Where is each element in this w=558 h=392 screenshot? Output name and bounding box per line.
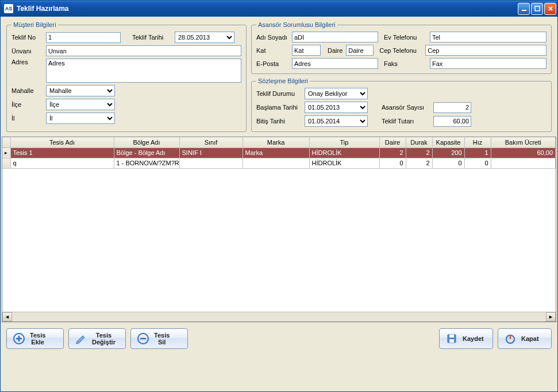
titlebar[interactable]: AS Teklif Hazırlama [1,1,557,17]
ilce-select[interactable]: İlçe [46,99,115,110]
cell[interactable]: Marka [243,148,309,158]
cell[interactable]: Bölge - Bölge Adı [114,148,179,158]
cell[interactable]: 2 [379,148,406,158]
scroll-track[interactable] [12,312,546,321]
table-row[interactable]: q1 - BORNOVA/?ZM?RHİDROLİK0200 [2,158,556,168]
kapat-button[interactable]: Kapat [498,328,552,349]
col-tip[interactable]: Tip [309,137,379,148]
adi-soyadi-input[interactable] [292,32,378,42]
sozlesme-bilgileri-group: Sözleşme Bilgileri Teklif Durumu Onay Be… [251,77,552,132]
col-sinif[interactable]: Sınıf [179,137,243,148]
scroll-right-icon[interactable]: ► [546,312,556,321]
tesis-sil-label2: Sil [154,339,170,346]
row-indicator[interactable]: ▸ [2,148,10,158]
ev-telefonu-label: Ev Telefonu [384,34,430,41]
col-marka[interactable]: Marka [243,137,309,148]
tesis-sil-button[interactable]: TesisSil [130,328,188,349]
tesis-table[interactable]: Tesis Adı Bölge Adı Sınıf Marka Tip Dair… [2,137,556,169]
unvan-label: Ünvanı [11,48,46,55]
maximize-button[interactable] [531,3,543,15]
kapat-label: Kapat [521,335,539,342]
mahalle-label: Mahalle [11,87,46,94]
cell[interactable]: 1 [464,148,491,158]
eposta-input[interactable] [292,58,378,69]
row-header-blank [2,137,10,148]
tesis-grid[interactable]: Tesis Adı Bölge Adı Sınıf Marka Tip Dair… [2,137,556,322]
bitis-tarihi-label: Bitiş Tarihi [256,118,305,125]
baslama-tarihi-select[interactable]: 01.05.2013 [305,102,368,113]
col-bakim-ucreti[interactable]: Bakım Ücreti [491,137,556,148]
col-bolge-adi[interactable]: Bölge Adı [114,137,179,148]
window-title: Teklif Hazırlama [17,5,517,13]
sorumlu-legend: Asansör Sorumlusu Bilgileri [256,21,337,28]
ev-telefonu-input[interactable] [430,32,547,42]
cell[interactable]: 2 [406,158,432,168]
cell[interactable]: 200 [432,148,464,158]
asansor-sayisi-label: Asansör Sayısı [382,104,433,111]
adres-textarea[interactable]: Adres [46,59,241,83]
power-icon [504,332,517,345]
cell[interactable] [179,158,243,168]
horizontal-scrollbar[interactable]: ◄ ► [2,312,556,321]
minus-icon [137,332,149,345]
cell[interactable]: HİDROLİK [309,158,379,168]
cep-telefonu-input[interactable] [425,45,547,56]
tesis-sil-label1: Tesis [154,332,170,339]
cell[interactable]: 0 [432,158,464,168]
asansor-sayisi-input[interactable] [433,102,471,113]
col-daire[interactable]: Daire [379,137,406,148]
svg-rect-5 [449,335,454,337]
kaydet-button[interactable]: Kaydet [439,328,493,349]
cell[interactable]: 60,00 [491,148,556,158]
daire-input[interactable] [346,45,374,56]
cell[interactable]: 2 [406,148,432,158]
kat-input[interactable] [292,45,321,56]
tesis-degistir-label2: Değiştir [92,339,116,346]
adres-label: Adres [11,59,46,65]
tesis-ekle-button[interactable]: TesisEkle [6,328,64,349]
il-label: İl [11,115,46,122]
faks-input[interactable] [430,58,547,69]
cell[interactable]: Tesis 1 [10,148,114,158]
eposta-label: E-Posta [256,60,292,67]
ilce-label: İlçe [11,101,46,108]
tesis-ekle-label1: Tesis [30,332,45,339]
teklif-tutari-input[interactable] [433,116,471,127]
teklif-tarihi-select[interactable]: 28.05.2013 [175,32,234,43]
tesis-degistir-button[interactable]: TesisDeğiştir [68,328,126,349]
scroll-left-icon[interactable]: ◄ [2,312,12,321]
tesis-ekle-label2: Ekle [30,339,45,346]
col-hiz[interactable]: Hız [464,137,491,148]
pencil-icon [75,332,87,345]
cell[interactable]: 1 - BORNOVA/?ZM?R [114,158,179,168]
col-kapasite[interactable]: Kapasite [432,137,464,148]
svg-rect-0 [522,10,526,11]
il-select[interactable]: İl [46,112,115,124]
close-button[interactable] [544,3,556,15]
col-tesis-adi[interactable]: Tesis Adı [10,137,114,148]
table-row[interactable]: ▸Tesis 1Bölge - Bölge AdıSINIF IMarkaHİD… [2,148,556,158]
kaydet-label: Kaydet [463,335,484,342]
adi-soyadi-label: Adı Soyadı [256,34,292,41]
tesis-degistir-label1: Tesis [96,332,111,339]
cell[interactable] [243,158,309,168]
unvan-input[interactable] [46,45,241,56]
cell[interactable]: q [10,158,114,168]
teklif-no-input[interactable] [46,32,121,43]
mahalle-select[interactable]: Mahalle [46,85,115,96]
cell[interactable]: SINIF I [179,148,243,158]
row-indicator[interactable] [2,158,10,168]
col-durak[interactable]: Durak [406,137,432,148]
save-icon [445,332,458,345]
cell[interactable] [491,158,556,168]
cell[interactable]: 0 [379,158,406,168]
baslama-tarihi-label: Başlama Tarihi [256,104,305,111]
cell[interactable]: HİDROLİK [309,148,379,158]
bitis-tarihi-select[interactable]: 01.05.2014 [305,115,368,127]
minimize-button[interactable] [518,3,530,15]
teklif-durumu-label: Teklif Durumu [256,90,305,97]
teklif-durumu-select[interactable]: Onay Bekliyor [305,88,368,99]
cell[interactable]: 0 [464,158,491,168]
svg-rect-6 [449,339,454,343]
musteri-legend: Müşteri Bilgileri [11,21,58,28]
